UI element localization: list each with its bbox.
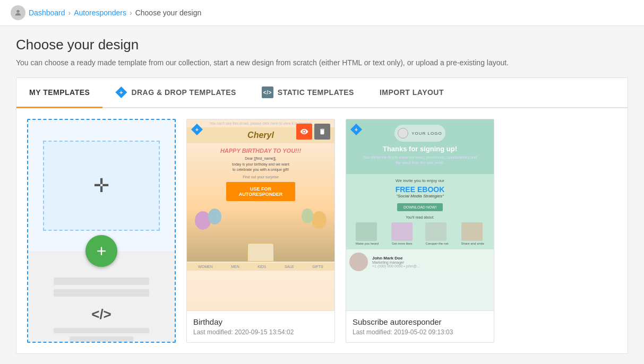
breadcrumb-bar: Dashboard › Autoresponders › Choose your…	[0, 0, 644, 26]
birthday-use-btn[interactable]: USE FORAUTORESPONDER	[226, 182, 295, 201]
subscribe-date: Last modified: 2019-05-02 09:13:03	[353, 328, 487, 336]
add-new-button[interactable]: +	[85, 235, 117, 267]
subscribe-preview-area: YOUR LOGO Thanks for signing up! You wil…	[346, 119, 494, 310]
tab-my-templates-label: MY TEMPLATES	[29, 88, 90, 97]
tab-my-templates[interactable]: MY TEMPLATES	[16, 78, 102, 108]
tabs-header: MY TEMPLATES + DRAG & DROP TEMPLATES </>…	[16, 78, 628, 108]
page-subtitle: You can choose a ready made template fro…	[16, 58, 628, 67]
drag-area: ✛	[43, 141, 160, 231]
tab-static-label: STATIC TEMPLATES	[278, 88, 354, 97]
breadcrumb-sep-2: ›	[130, 8, 132, 17]
code-brackets-icon: </>	[262, 86, 273, 98]
svg-point-0	[16, 10, 19, 13]
new-template-card[interactable]: ✛ + </>	[27, 119, 176, 343]
new-template-top: ✛ +	[28, 120, 175, 251]
move-icon: ✛	[93, 175, 109, 197]
birthday-date: Last modified: 2020-09-15 13:54:02	[193, 328, 328, 336]
birthday-overlay-buttons	[296, 124, 330, 140]
diamond-plus-icon: +	[115, 86, 127, 98]
subscribe-name: Subscribe autoresponder	[353, 317, 487, 326]
tab-import-label: IMPORT LAYOUT	[380, 88, 444, 97]
breadcrumb-dashboard[interactable]: Dashboard	[29, 8, 65, 17]
breadcrumb-current: Choose your design	[135, 8, 202, 17]
tabs-content: ✛ + </>	[16, 108, 628, 353]
tabs-container: MY TEMPLATES + DRAG & DROP TEMPLATES </>…	[16, 77, 628, 354]
breadcrumb-sep-1: ›	[68, 8, 71, 17]
birthday-info: Birthday Last modified: 2020-09-15 13:54…	[187, 310, 334, 342]
subscribe-info: Subscribe autoresponder Last modified: 2…	[346, 310, 494, 342]
page-title: Choose your design	[16, 37, 628, 53]
birthday-preview-button[interactable]	[296, 124, 312, 140]
tab-drag-drop[interactable]: + DRAG & DROP TEMPLATES	[102, 78, 248, 108]
tab-import[interactable]: IMPORT LAYOUT	[367, 78, 457, 108]
birthday-name: Birthday	[193, 317, 328, 326]
birthday-delete-button[interactable]	[314, 124, 330, 140]
user-avatar	[11, 5, 25, 20]
tab-drag-drop-label: DRAG & DROP TEMPLATES	[131, 88, 236, 97]
templates-grid: ✛ + </>	[27, 119, 617, 343]
tab-static[interactable]: </> STATIC TEMPLATES	[249, 78, 367, 108]
birthday-template-card: + You can't see this email, please click…	[186, 119, 335, 343]
breadcrumb-autoresponders[interactable]: Autoresponders	[74, 8, 126, 17]
birthday-preview-area: You can't see this email, please click h…	[187, 119, 334, 310]
subscribe-template-card: + YOUR LOGO Thanks for signing up! You w…	[346, 119, 494, 343]
